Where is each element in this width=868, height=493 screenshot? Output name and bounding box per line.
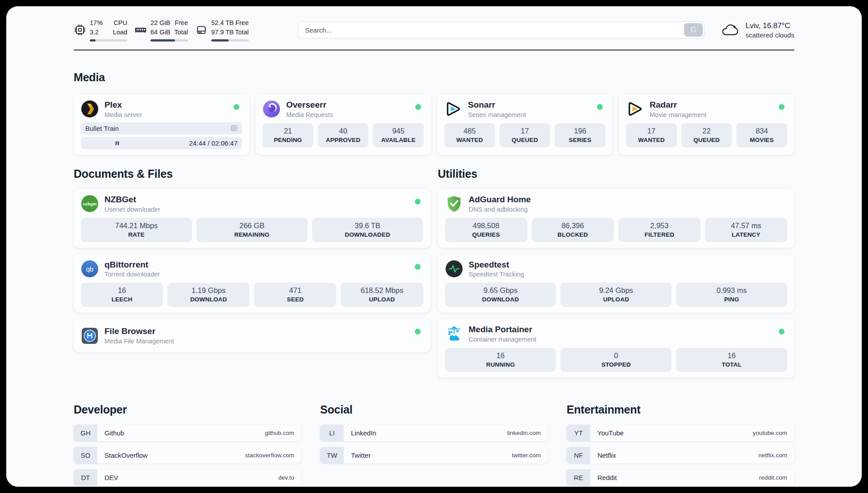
bookmark-reddit[interactable]: RE Reddit reddit.com <box>567 469 794 486</box>
stat-downloaded: 39.6 TB DOWNLOADED <box>312 218 423 242</box>
app-card-plex[interactable]: Plex Media server Bullet Train <box>74 94 249 155</box>
app-title: Media Portainer <box>469 325 537 335</box>
bookmark-url: reddit.com <box>759 474 787 481</box>
weather-widget: Lviv, 16.87°C scattered clouds <box>720 21 794 39</box>
bookmark-dev[interactable]: DT DEV dev.to <box>74 469 301 486</box>
dashboard-page: 17% 3.2 CPU Load <box>6 6 862 487</box>
app-title: NZBGet <box>104 195 160 205</box>
search-input[interactable] <box>298 21 705 38</box>
bookmark-twitter[interactable]: TW Twitter twitter.com <box>320 447 548 464</box>
bookmark-url: netflix.com <box>758 452 787 459</box>
radarr-icon <box>626 100 644 118</box>
topbar-divider <box>74 50 794 50</box>
bookmark-url: youtube.com <box>753 430 787 436</box>
status-online-dot <box>415 104 421 110</box>
overseerr-icon <box>263 100 280 118</box>
svg-text:qb: qb <box>86 265 94 273</box>
bookmark-youtube[interactable]: YT YouTube youtube.com <box>567 425 794 441</box>
cpu-labels: CPU Load <box>113 18 127 37</box>
bookmark-name: LinkedIn <box>351 429 376 437</box>
bookmark-name: Reddit <box>597 474 617 481</box>
bookmark-netflix[interactable]: NF Netflix netflix.com <box>567 447 794 464</box>
bookmark-url: dev.to <box>278 474 294 481</box>
section-utilities: Utilities <box>438 167 795 378</box>
app-card-overseerr[interactable]: Overseerr Media Requests 21 PENDING 40 A… <box>255 94 431 155</box>
status-online-dot <box>415 329 421 334</box>
app-subtitle: Series management <box>468 111 526 118</box>
entertainment-heading: Entertainment <box>567 403 794 416</box>
bookmark-abbr: TW <box>320 447 344 464</box>
app-card-nzbget[interactable]: nzbget NZBGet Usenet downloader 744. <box>74 189 430 248</box>
plex-icon <box>81 100 99 118</box>
bookmark-name: Github <box>104 429 124 437</box>
app-title: Plex <box>104 100 142 110</box>
bookmark-abbr: RE <box>567 469 590 486</box>
app-title: qBittorrent <box>104 260 160 270</box>
app-title: Overseerr <box>286 100 333 110</box>
stat-running: 16 RUNNING <box>445 348 556 372</box>
stat-available: 945 AVAILABLE <box>373 123 424 147</box>
app-title: Sonarr <box>468 100 526 110</box>
social-heading: Social <box>320 403 548 416</box>
app-card-adguard[interactable]: AdGuard Home DNS and adblocking 498,508 … <box>438 189 795 248</box>
portainer-icon <box>445 325 463 343</box>
bookmark-url: github.com <box>265 430 294 436</box>
sonarr-icon <box>444 100 462 118</box>
status-online-dot <box>234 104 239 110</box>
stat-queries: 498,508 QUERIES <box>445 218 527 242</box>
app-title: AdGuard Home <box>469 195 531 205</box>
playback-progress-bar: 24:44 / 02:06:47 <box>81 137 242 149</box>
status-online-dot <box>597 104 603 110</box>
stat-stopped: 0 STOPPED <box>560 348 672 372</box>
memory-metric: 22 GiB 64 GiB Free Total <box>134 18 188 42</box>
memory-values: 22 GiB 64 GiB <box>150 18 170 37</box>
search-bar: G <box>298 21 705 38</box>
stat-blocked: 86,396 BLOCKED <box>532 218 614 242</box>
stat-ping: 0.993 ms PING <box>676 283 787 307</box>
app-card-radarr[interactable]: Radarr Movie management 17 WANTED 22 QUE… <box>619 94 794 155</box>
section-developer: Developer GH Github github.com SO StackO… <box>74 403 301 486</box>
weather-condition: scattered clouds <box>746 31 794 39</box>
stat-leech: 16 LEECH <box>81 283 163 307</box>
app-subtitle: Media Requests <box>286 111 333 118</box>
stat-upload: 9.24 Gbps UPLOAD <box>560 283 672 307</box>
app-card-portainer[interactable]: Media Portainer Container management 16 … <box>438 319 795 378</box>
app-card-speedtest[interactable]: Speedtest Speedtest Tracking 9.65 Gbps D… <box>438 254 795 313</box>
memory-labels: Free Total <box>174 18 188 37</box>
disk-progress-bar <box>211 39 249 42</box>
section-media: Media <box>74 71 794 155</box>
bookmark-stackoverflow[interactable]: SO StackOverflow stackoverflow.com <box>74 447 301 464</box>
app-card-qbittorrent[interactable]: qb qBittorrent Torrent downloader 16 <box>74 254 430 313</box>
now-playing-row: Bullet Train <box>81 122 242 134</box>
stat-approved: 40 APPROVED <box>318 123 369 147</box>
stat-pending: 21 PENDING <box>263 123 313 147</box>
search-engine-button[interactable]: G <box>684 23 703 37</box>
utilities-heading: Utilities <box>438 167 795 180</box>
bookmark-name: Netflix <box>597 451 616 459</box>
bookmark-abbr: NF <box>567 447 590 464</box>
status-online-dot <box>415 199 421 205</box>
ram-icon <box>134 24 147 36</box>
stat-movies: 834 MOVIES <box>736 123 787 147</box>
section-social: Social LI LinkedIn linkedin.com TW Twitt… <box>320 403 548 486</box>
now-playing-title: Bullet Train <box>85 125 119 132</box>
app-subtitle: Container management <box>469 336 537 343</box>
nzbget-icon: nzbget <box>81 195 99 213</box>
app-card-sonarr[interactable]: Sonarr Series management 485 WANTED 17 Q… <box>437 94 613 155</box>
stat-latency: 47.57 ms LATENCY <box>705 218 787 242</box>
developer-heading: Developer <box>74 403 301 416</box>
documents-heading: Documents & Files <box>74 167 430 180</box>
stat-remaining: 266 GB REMAINING <box>196 218 308 242</box>
app-subtitle: DNS and adblocking <box>469 206 531 213</box>
bookmark-github[interactable]: GH Github github.com <box>74 425 301 441</box>
stat-rate: 744.21 Mbps RATE <box>81 218 192 242</box>
app-subtitle: Usenet downloader <box>104 206 160 213</box>
qbittorrent-icon: qb <box>81 260 99 278</box>
adguard-icon <box>445 195 463 213</box>
bookmark-abbr: LI <box>320 425 344 441</box>
bookmark-linkedin[interactable]: LI LinkedIn linkedin.com <box>320 425 548 441</box>
section-entertainment: Entertainment YT YouTube youtube.com NF … <box>567 403 794 486</box>
bookmark-abbr: SO <box>74 447 97 464</box>
bookmark-abbr: GH <box>74 425 97 441</box>
app-card-filebrowser[interactable]: File Browser Media File Management <box>74 319 430 352</box>
